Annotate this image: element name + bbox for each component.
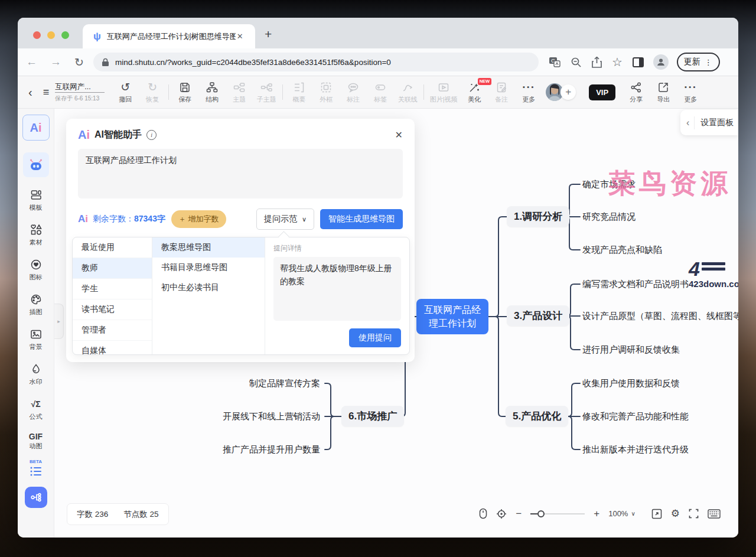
use-prompt-button[interactable]: 使用提问 bbox=[349, 328, 401, 347]
mindmap-leaf[interactable]: 推出新版本并进行迭代升级 bbox=[582, 444, 689, 455]
side-panel-icon[interactable] bbox=[633, 57, 644, 67]
update-label: 更新 bbox=[684, 57, 700, 67]
mouse-mode-icon[interactable] bbox=[479, 508, 487, 519]
mindmap-leaf[interactable]: 开展线下和线上营销活动 bbox=[223, 411, 320, 422]
sidebar-item-illustration[interactable]: 插图 bbox=[30, 293, 43, 317]
minimize-window-button[interactable] bbox=[47, 31, 55, 39]
mindmap-leaf[interactable]: 收集用户使用数据和反馈 bbox=[582, 378, 680, 389]
template-item[interactable]: 书籍目录思维导图 bbox=[152, 258, 265, 278]
mindmap-leaf[interactable]: 进行用户调研和反馈收集 bbox=[582, 344, 680, 356]
collapse-toolbar-icon[interactable]: ‹ bbox=[28, 86, 32, 99]
close-window-button[interactable] bbox=[33, 31, 41, 39]
locate-center-icon[interactable] bbox=[496, 509, 507, 519]
more-tools-button[interactable]: ··· 更多 bbox=[515, 81, 542, 104]
sidebar-item-watermark[interactable]: 水印 bbox=[30, 363, 43, 386]
reload-icon[interactable]: ↻ bbox=[74, 56, 84, 69]
fit-screen-icon[interactable] bbox=[651, 509, 662, 519]
category-item[interactable]: 管理者 bbox=[73, 320, 152, 341]
dialog-close-icon[interactable]: ✕ bbox=[395, 129, 403, 141]
structure-button[interactable]: 结构 bbox=[198, 81, 226, 104]
mindmap-leaf[interactable]: 推广产品并提升用户数量 bbox=[223, 444, 320, 455]
mindmap-leaf[interactable]: 修改和完善产品功能和性能 bbox=[582, 411, 689, 422]
browser-menu-kebab-icon[interactable]: ⋮ bbox=[705, 58, 713, 67]
mindmap-leaf[interactable]: 编写需求文档和产品说明书 bbox=[582, 279, 689, 290]
ai-prompt-input[interactable]: 互联网产品经理工作计划 bbox=[78, 149, 403, 198]
examples-dropdown[interactable]: 提问示范 ∨ bbox=[256, 209, 314, 230]
category-item[interactable]: 读书笔记 bbox=[73, 299, 152, 320]
browser-profile-avatar[interactable] bbox=[653, 54, 669, 70]
export-button[interactable]: 导出 bbox=[650, 81, 677, 104]
sidebar-item-icon[interactable]: 图标 bbox=[30, 258, 43, 282]
undo-button[interactable]: ↺ 撤回 bbox=[112, 81, 139, 104]
mindmap-canvas[interactable]: 菜鸟资源 4 423down.com 互联网产品经理工作计划 1.调研分析 3.… bbox=[54, 109, 738, 538]
mindmap-branch-node[interactable]: 6.市场推广 bbox=[341, 406, 404, 426]
formula-label: 公式 bbox=[30, 412, 43, 421]
document-title[interactable]: 互联网产... bbox=[55, 82, 105, 93]
mindmap-branch-node[interactable]: 3.产品设计 bbox=[507, 305, 569, 326]
mindmap-leaf[interactable]: 研究竞品情况 bbox=[582, 211, 636, 223]
address-bar[interactable]: mind.shutu.cn/?works_guid=c2044dbe35fef3… bbox=[93, 53, 539, 71]
mindmap-leaf[interactable]: 制定品牌宣传方案 bbox=[249, 378, 320, 389]
panel-flyout-handle[interactable]: ▸ bbox=[54, 304, 64, 339]
category-item-selected[interactable]: 教师 bbox=[73, 258, 152, 279]
maximize-window-button[interactable] bbox=[61, 31, 69, 39]
bookmark-star-icon[interactable]: ☆ bbox=[612, 55, 623, 69]
mindmap-leaf[interactable]: 发现产品亮点和缺陷 bbox=[582, 245, 662, 256]
tab-strip: ψ 互联网产品经理工作计划树图思维导图 ✕ + bbox=[18, 18, 738, 48]
tab-close-icon[interactable]: ✕ bbox=[237, 32, 243, 41]
watermark-label: 水印 bbox=[30, 377, 43, 386]
share-page-icon[interactable] bbox=[592, 57, 602, 68]
chevron-down-icon: ∨ bbox=[631, 510, 635, 517]
sidebar-item-gif[interactable]: GIF 动图 bbox=[29, 432, 43, 451]
keyboard-shortcuts-icon[interactable] bbox=[708, 509, 721, 519]
vip-button[interactable]: VIP bbox=[589, 84, 615, 100]
detail-label: 提问详情 bbox=[273, 243, 401, 253]
sidebar-item-formula[interactable]: √Σ 公式 bbox=[30, 398, 43, 421]
new-tab-button[interactable]: + bbox=[265, 27, 272, 41]
sidebar-ai-assistant-button[interactable]: Ai bbox=[22, 115, 50, 141]
info-icon[interactable]: i bbox=[146, 130, 157, 140]
zoom-out-icon[interactable]: − bbox=[516, 508, 522, 520]
category-item[interactable]: 自媒体 bbox=[73, 341, 152, 355]
mindmap-root-node[interactable]: 互联网产品经理工作计划 bbox=[416, 299, 488, 334]
menu-burger-icon[interactable]: ≡ bbox=[43, 86, 50, 99]
sidebar-robot-button[interactable] bbox=[23, 152, 49, 177]
outline-button: 概要 bbox=[285, 81, 312, 104]
template-item-selected[interactable]: 教案思维导图 bbox=[152, 237, 265, 258]
category-item[interactable]: 学生 bbox=[73, 279, 152, 299]
detail-input[interactable]: 帮我生成人教版物理8年级上册的教案 bbox=[273, 257, 401, 321]
zoom-level-dropdown[interactable]: 100% ∨ bbox=[608, 509, 636, 518]
category-item[interactable]: 最近使用 bbox=[73, 237, 152, 258]
share-button[interactable]: 分享 bbox=[623, 81, 650, 104]
zoom-out-page-icon[interactable] bbox=[571, 57, 582, 68]
generate-button[interactable]: 智能生成思维导图 bbox=[320, 209, 403, 229]
fullscreen-icon[interactable] bbox=[689, 509, 699, 519]
divider bbox=[168, 84, 169, 100]
translate-icon[interactable]: G bbox=[549, 57, 561, 67]
zoom-in-icon[interactable]: + bbox=[594, 508, 599, 520]
zoom-slider[interactable] bbox=[530, 513, 585, 514]
sidebar-outline-beta-button[interactable] bbox=[30, 465, 43, 480]
document-title-block[interactable]: 互联网产... 保存于 6-6 15:13 bbox=[55, 82, 105, 103]
sidebar-item-background[interactable]: 背景 bbox=[30, 328, 43, 351]
save-button[interactable]: 保存 bbox=[171, 81, 198, 104]
forward-icon[interactable]: → bbox=[50, 56, 61, 69]
mindmap-leaf[interactable]: 设计产品原型（草图、流程图、线框图等） bbox=[582, 311, 738, 322]
mindmap-branch-node[interactable]: 1.调研分析 bbox=[507, 206, 569, 227]
settings-gear-icon[interactable]: ⚙ bbox=[671, 507, 680, 520]
background-image-icon bbox=[30, 328, 42, 341]
back-icon[interactable]: ← bbox=[26, 56, 37, 69]
more-actions-button[interactable]: ··· 更多 bbox=[677, 81, 704, 104]
chrome-update-button[interactable]: 更新 ⋮ bbox=[677, 53, 720, 71]
beautify-button[interactable]: NEW 美化 bbox=[461, 81, 488, 104]
sidebar-mindmap-share-button[interactable] bbox=[25, 487, 47, 508]
mindmap-branch-node[interactable]: 5.产品优化 bbox=[506, 406, 568, 426]
template-item[interactable]: 初中生必读书目 bbox=[152, 278, 265, 298]
sidebar-item-template[interactable]: 模板 bbox=[30, 188, 43, 212]
add-collaborator-button[interactable]: + bbox=[561, 84, 576, 100]
zoom-slider-knob[interactable] bbox=[537, 510, 545, 517]
sidebar-item-material[interactable]: 素材 bbox=[30, 223, 43, 247]
browser-tab[interactable]: ψ 互联网产品经理工作计划树图思维导图 ✕ bbox=[83, 24, 255, 48]
add-words-button[interactable]: ＋ 增加字数 bbox=[171, 210, 226, 228]
settings-panel-tab[interactable]: ‹ 设置面板 bbox=[680, 110, 738, 135]
